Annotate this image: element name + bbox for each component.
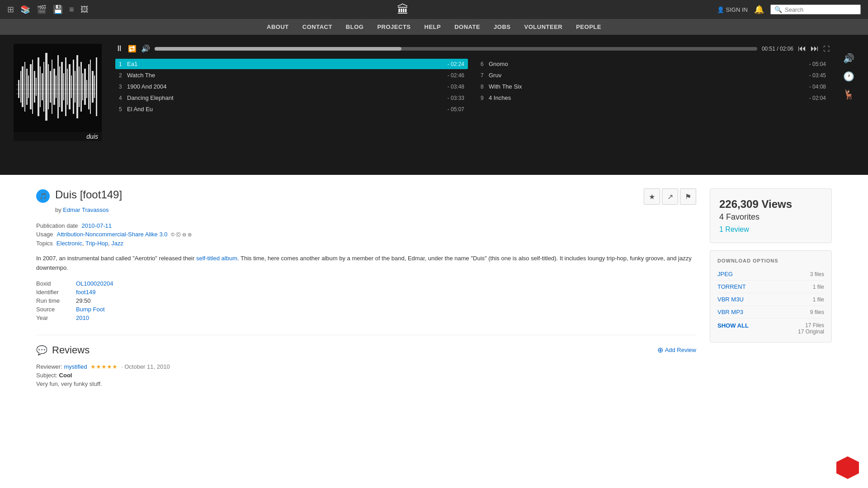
reviews-link[interactable]: 1 Review [719, 225, 749, 233]
favorite-button[interactable]: ★ [644, 188, 660, 205]
topic-jazz[interactable]: Jazz [111, 240, 123, 247]
book-icon[interactable]: 📚 [20, 5, 30, 14]
save-icon[interactable]: 💾 [53, 5, 63, 14]
svg-rect-42 [16, 84, 97, 85]
show-all-link[interactable]: SHOW ALL [717, 322, 749, 335]
track-duration: - 02:46 [448, 72, 464, 79]
add-review-button[interactable]: ⊕ Add Review [657, 346, 696, 354]
notifications-icon[interactable]: 🔔 [754, 5, 764, 14]
track-item[interactable]: 7 Gruv - 03:45 [477, 70, 830, 80]
fullscreen-button[interactable]: ⛶ [823, 45, 830, 52]
boxid-label: Boxid [36, 280, 72, 287]
boxid-link[interactable]: OL100020204 [76, 280, 113, 287]
total-files: 17 Files [798, 322, 824, 328]
download-box: DOWNLOAD OPTIONS JPEG 3 files TORRENT 1 … [710, 250, 832, 343]
track-item[interactable]: 2 Watch The - 02:46 [115, 70, 468, 80]
reviews-header: 💬 Reviews ⊕ Add Review [36, 344, 696, 356]
identifier-link[interactable]: foot149 [76, 289, 95, 296]
nav-about[interactable]: ABOUT [267, 23, 289, 30]
volume-side-icon[interactable]: 🔊 [843, 53, 854, 64]
source-link[interactable]: Bump Foot [76, 306, 105, 313]
usage-link[interactable]: Attribution-Noncommercial-Share Alike 3.… [57, 231, 168, 238]
topic-triphop[interactable]: Trip-Hop [85, 240, 108, 247]
author-link[interactable]: Edmar Travassos [63, 206, 108, 213]
prev-track-button[interactable]: ⏮ [798, 44, 806, 53]
track-num: 3 [119, 84, 127, 90]
grid-icon[interactable]: ⊞ [7, 5, 14, 14]
svg-rect-12 [40, 66, 41, 107]
reviewer-name[interactable]: mystified [64, 363, 87, 370]
track-name: Dancing Elephant [127, 94, 448, 101]
cc-icons: © ⓒ ⊖ ⊜ [171, 232, 192, 237]
reviews-title-block: 💬 Reviews [36, 344, 90, 356]
track-item[interactable]: 5 El And Eu - 05:07 [115, 104, 468, 114]
player-side-icons: 🔊 🕐 🦌 [843, 44, 854, 166]
sign-in-label: SIGN IN [726, 6, 748, 13]
flag-button[interactable]: ⚑ [680, 188, 696, 205]
volume-button[interactable]: 🔊 [141, 44, 150, 53]
share-button[interactable]: ↗ [662, 188, 678, 205]
svg-rect-33 [80, 62, 82, 112]
track-item[interactable]: 3 1900 And 2004 - 03:48 [115, 81, 468, 92]
track-item[interactable]: 1 Ea1 - 02:24 [115, 59, 468, 69]
jpeg-link[interactable]: JPEG [717, 271, 733, 277]
nav-people[interactable]: PEOPLE [576, 23, 601, 30]
vbr-mp3-link[interactable]: VBR MP3 [717, 309, 743, 315]
images-icon[interactable]: 🖼 [80, 5, 89, 14]
track-item[interactable]: 4 Dancing Elephant - 03:33 [115, 93, 468, 103]
svg-rect-18 [52, 60, 52, 114]
comment-icon: 💬 [36, 345, 47, 356]
nav-volunteer[interactable]: VOLUNTEER [524, 23, 563, 30]
site-logo[interactable]: 🏛 [397, 3, 409, 17]
total-time: 02:06 [780, 46, 793, 52]
year-row: Year 2010 [36, 314, 696, 321]
track-duration: - 02:24 [448, 61, 464, 67]
search-input[interactable] [785, 6, 857, 13]
review-subject: Subject: Cool [36, 372, 696, 379]
track-item[interactable]: 6 Gnomo - 05:04 [477, 59, 830, 69]
publication-date-label: Publication date [36, 222, 78, 229]
track-item[interactable]: 9 4 Inches - 02:04 [477, 93, 830, 103]
content-section: 🎵 Duis [foot149] ★ ↗ ⚑ by Edmar Travasso… [0, 175, 868, 401]
self-titled-link[interactable]: self-titled album [196, 255, 237, 262]
publication-date-link[interactable]: 2010-07-11 [82, 222, 112, 229]
track-item[interactable]: 8 With The Six - 04:08 [477, 81, 830, 92]
author-by-label: by [55, 206, 61, 213]
player-controls: ⏸ 🔁 🔊 00:51 / 02:06 ⏮ ⏭ ⛶ [115, 44, 830, 53]
track-name: 4 Inches [489, 94, 809, 101]
film-icon[interactable]: 🎬 [37, 5, 47, 14]
topic-electronic[interactable]: Electronic [57, 240, 82, 247]
download-vbr-m3u: VBR M3U 1 file [717, 293, 824, 306]
runtime-row: Run time 29:50 [36, 297, 696, 304]
loop-button[interactable]: 🔁 [128, 45, 137, 53]
search-box[interactable]: 🔍 [770, 5, 861, 14]
clock-side-icon[interactable]: 🕐 [843, 71, 854, 82]
download-vbr-mp3: VBR MP3 9 files [717, 306, 824, 319]
nav-projects[interactable]: PROJECTS [377, 23, 410, 30]
album-title-block: 🎵 Duis [foot149] [36, 188, 122, 203]
runtime-value: 29:50 [76, 297, 91, 304]
progress-bar-fill [155, 47, 401, 51]
next-track-button[interactable]: ⏭ [811, 44, 819, 53]
nav-jobs[interactable]: JOBS [494, 23, 510, 30]
torrent-link[interactable]: TORRENT [717, 283, 746, 290]
vbr-m3u-link[interactable]: VBR M3U [717, 296, 744, 303]
nav-contact[interactable]: CONTACT [302, 23, 332, 30]
detail-table: Boxid OL100020204 Identifier foot149 Run… [36, 280, 696, 321]
torrent-count: 1 file [813, 284, 824, 290]
description: In 2007, an instrumental band called "Ae… [36, 254, 696, 273]
layers-icon[interactable]: ≡ [69, 5, 74, 14]
year-link[interactable]: 2010 [76, 314, 89, 321]
pause-button[interactable]: ⏸ [115, 44, 123, 53]
top-bar: ⊞ 📚 🎬 💾 ≡ 🖼 🏛 👤 SIGN IN 🔔 🔍 [0, 0, 868, 19]
nav-donate[interactable]: DONATE [454, 23, 480, 30]
album-art [14, 44, 102, 132]
player-section: duis ⏸ 🔁 🔊 00:51 / 02:06 ⏮ ⏭ ⛶ 1 Ea1 - 0… [0, 35, 868, 175]
share-side-icon[interactable]: 🦌 [843, 89, 854, 100]
nav-blog[interactable]: BLOG [346, 23, 364, 30]
progress-bar[interactable] [155, 47, 757, 51]
sign-in-button[interactable]: 👤 SIGN IN [717, 6, 748, 13]
identifier-row: Identifier foot149 [36, 289, 696, 296]
svg-rect-28 [71, 75, 72, 98]
nav-help[interactable]: HELP [425, 23, 441, 30]
